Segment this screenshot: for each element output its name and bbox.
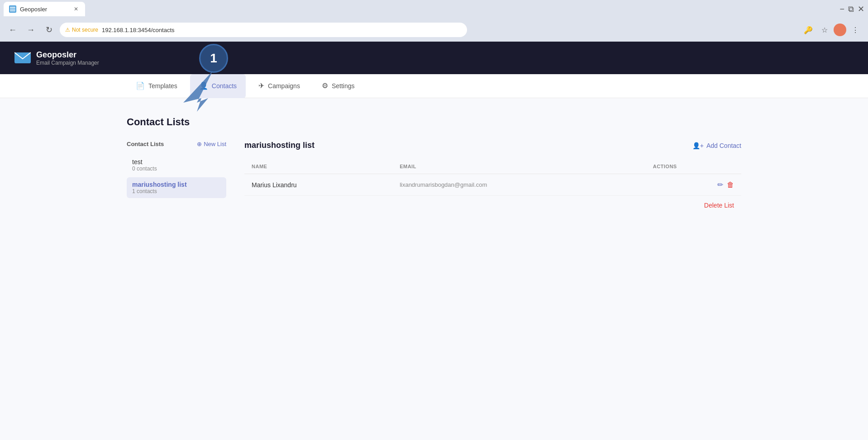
- delete-list-button[interactable]: Delete List: [704, 202, 734, 209]
- new-list-label: New List: [204, 141, 226, 147]
- window-controls: − ⧉ ✕: [839, 4, 864, 14]
- settings-icon: ⚙: [322, 81, 328, 90]
- cell-name: Marius Lixandru: [244, 174, 392, 196]
- nav-item-templates[interactable]: 📄 Templates: [127, 74, 186, 98]
- contacts-label: Contacts: [212, 82, 237, 90]
- address-bar[interactable]: ⚠ Not secure 192.168.1.18:3454/contacts: [60, 23, 467, 37]
- forward-button[interactable]: →: [24, 23, 38, 37]
- campaigns-label: Campaigns: [268, 82, 300, 90]
- app-content: Geoposler Email Campaign Manager 📄 Templ…: [0, 42, 868, 440]
- plus-icon: ⊕: [197, 141, 202, 147]
- security-indicator: ⚠ Not secure: [65, 27, 98, 33]
- templates-icon: 📄: [136, 81, 145, 90]
- tab-title: Geoposler: [20, 6, 47, 13]
- add-contact-button[interactable]: 👤+ Add Contact: [692, 142, 741, 149]
- app-subtitle: Email Campaign Manager: [36, 60, 99, 66]
- menu-button[interactable]: ⋮: [848, 23, 863, 37]
- warning-icon: ⚠: [65, 27, 70, 33]
- main-content: Contact Lists Contact Lists ⊕ New List t…: [0, 98, 868, 440]
- app-navigation: 📄 Templates 👤 Contacts ✈ Campaigns ⚙ Set…: [0, 74, 868, 98]
- nav-item-campaigns[interactable]: ✈ Campaigns: [249, 74, 309, 98]
- restore-button[interactable]: ⧉: [848, 5, 854, 14]
- list-item-test[interactable]: test 0 contacts: [127, 155, 226, 175]
- page-title: Contact Lists: [127, 116, 741, 128]
- table-row: Marius Lixandru lixandrumarisbogdan@gmai…: [244, 174, 741, 196]
- toolbar-right: 🔑 ☆ ⋮: [801, 23, 863, 37]
- sidebar-title: Contact Lists: [127, 141, 164, 147]
- contact-area: mariushosting list 👤+ Add Contact NAME E…: [244, 141, 741, 209]
- browser-tab[interactable]: Geoposler ✕: [4, 2, 85, 16]
- selected-list-name: mariushosting list: [244, 141, 315, 150]
- password-icon-button[interactable]: 🔑: [801, 23, 816, 37]
- profile-icon[interactable]: [834, 24, 846, 36]
- delete-list-row: Delete List: [244, 196, 741, 209]
- logo-text: Geoposler Email Campaign Manager: [36, 50, 99, 66]
- reload-button[interactable]: ↻: [42, 23, 56, 37]
- edit-contact-button[interactable]: ✏: [717, 180, 723, 189]
- campaigns-icon: ✈: [258, 81, 264, 90]
- nav-item-settings[interactable]: ⚙ Settings: [313, 74, 364, 98]
- table-body: Marius Lixandru lixandrumarisbogdan@gmai…: [244, 174, 741, 196]
- sidebar-header: Contact Lists ⊕ New List: [127, 141, 226, 147]
- app-logo: Geoposler Email Campaign Manager: [14, 50, 99, 66]
- add-contact-icon: 👤+: [692, 142, 704, 149]
- list-item-mariushosting[interactable]: mariushosting list 1 contacts: [127, 177, 226, 198]
- app-header: Geoposler Email Campaign Manager: [0, 42, 868, 74]
- bookmark-button[interactable]: ☆: [817, 23, 832, 37]
- browser-titlebar: Geoposler ✕ − ⧉ ✕: [0, 0, 868, 18]
- browser-frame: Geoposler ✕ − ⧉ ✕ ← → ↻ ⚠ Not secure 192…: [0, 0, 868, 440]
- cell-actions: ✏ 🗑: [646, 174, 741, 196]
- contact-area-header: mariushosting list 👤+ Add Contact: [244, 141, 741, 150]
- sidebar: Contact Lists ⊕ New List test 0 contacts…: [127, 141, 226, 209]
- col-name: NAME: [244, 159, 392, 174]
- back-button[interactable]: ←: [5, 23, 20, 37]
- cell-email: lixandrumarisbogdan@gmail.com: [392, 174, 646, 196]
- delete-contact-button[interactable]: 🗑: [727, 181, 734, 189]
- col-actions: ACTIONS: [646, 159, 741, 174]
- url-text: 192.168.1.18:3454/contacts: [102, 27, 174, 33]
- table-header-row: NAME EMAIL ACTIONS: [244, 159, 741, 174]
- settings-label: Settings: [332, 82, 355, 90]
- tab-favicon: [9, 5, 16, 13]
- close-button[interactable]: ✕: [858, 4, 864, 14]
- minimize-button[interactable]: −: [839, 5, 844, 14]
- templates-label: Templates: [148, 82, 177, 90]
- contact-table: NAME EMAIL ACTIONS Marius Lixandru lixan…: [244, 159, 741, 196]
- list-item-name: test: [132, 158, 221, 166]
- list-item-count: 0 contacts: [132, 166, 221, 172]
- col-email: EMAIL: [392, 159, 646, 174]
- list-item-count: 1 contacts: [132, 188, 221, 194]
- nav-item-contacts[interactable]: 👤 Contacts: [190, 74, 246, 98]
- list-item-name: mariushosting list: [132, 181, 221, 188]
- tab-close-button[interactable]: ✕: [72, 5, 80, 13]
- new-list-button[interactable]: ⊕ New List: [197, 141, 226, 147]
- logo-icon: [14, 52, 31, 64]
- browser-toolbar: ← → ↻ ⚠ Not secure 192.168.1.18:3454/con…: [0, 18, 868, 42]
- add-contact-label: Add Contact: [706, 142, 741, 149]
- app-name: Geoposler: [36, 50, 99, 60]
- table-header: NAME EMAIL ACTIONS: [244, 159, 741, 174]
- contact-lists-layout: Contact Lists ⊕ New List test 0 contacts…: [127, 141, 741, 209]
- contacts-icon: 👤: [199, 81, 208, 90]
